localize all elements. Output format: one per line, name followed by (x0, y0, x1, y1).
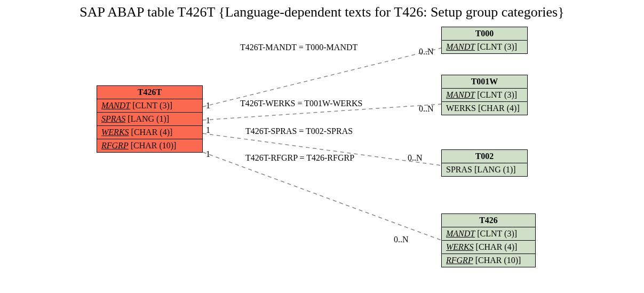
edge-mandt (203, 48, 441, 107)
entity-t000-field-0: MANDT [CLNT (3)] (442, 41, 527, 53)
edge-rfgrp (203, 152, 441, 240)
entity-source-field-0: MANDT [CLNT (3)] (97, 99, 202, 113)
edge-label-werks: T426T-WERKS = T001W-WERKS (240, 99, 362, 108)
card-src-3: 1 (206, 149, 210, 159)
card-src-1: 1 (206, 116, 210, 125)
entity-t426-name: T426 (442, 214, 535, 227)
entity-t002: T002 SPRAS [LANG (1)] (441, 149, 528, 177)
entity-source-name: T426T (97, 86, 202, 99)
edge-label-rfgrp: T426T-RFGRP = T426-RFGRP (245, 153, 354, 163)
page-title: SAP ABAP table T426T {Language-dependent… (0, 4, 644, 20)
edge-label-spras: T426T-SPRAS = T002-SPRAS (245, 126, 353, 136)
entity-t426-field-1: WERKS [CHAR (4)] (442, 241, 535, 254)
entity-t000-name: T000 (442, 27, 527, 41)
entity-source-field-1: SPRAS [LANG (1)] (97, 113, 202, 126)
entity-t001w-name: T001W (442, 75, 527, 89)
card-src-2: 1 (206, 125, 210, 135)
entity-t001w-field-0: MANDT [CLNT (3)] (442, 89, 527, 102)
entity-source: T426T MANDT [CLNT (3)] SPRAS [LANG (1)] … (97, 85, 203, 153)
card-dst-4: 0..N (394, 235, 409, 244)
card-dst-0: 0..N (419, 47, 434, 57)
entity-t000: T000 MANDT [CLNT (3)] (441, 27, 528, 54)
entity-t002-field-0: SPRAS [LANG (1)] (442, 163, 527, 176)
entity-t002-name: T002 (442, 150, 527, 163)
entity-source-field-2: WERKS [CHAR (4)] (97, 126, 202, 139)
entity-t001w-field-1: WERKS [CHAR (4)] (442, 102, 527, 115)
edge-label-mandt: T426T-MANDT = T000-MANDT (240, 43, 357, 52)
card-dst-3: 0..N (408, 153, 423, 163)
entity-t426-field-0: MANDT [CLNT (3)] (442, 227, 535, 241)
card-dst-1: 0..N (419, 104, 434, 114)
entity-t426: T426 MANDT [CLNT (3)] WERKS [CHAR (4)] R… (441, 213, 536, 267)
entity-source-field-3: RFGRP [CHAR (10)] (97, 139, 202, 152)
card-src-0: 1 (206, 101, 210, 110)
entity-t001w: T001W MANDT [CLNT (3)] WERKS [CHAR (4)] (441, 75, 528, 115)
entity-t426-field-2: RFGRP [CHAR (10)] (442, 254, 535, 267)
